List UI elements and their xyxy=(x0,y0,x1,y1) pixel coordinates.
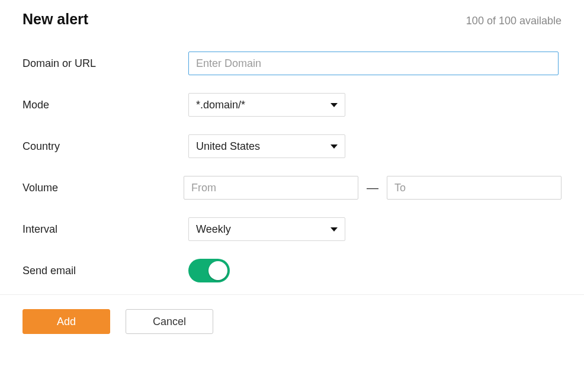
cancel-button[interactable]: Cancel xyxy=(126,309,213,334)
add-button[interactable]: Add xyxy=(23,309,110,334)
volume-from-input[interactable] xyxy=(184,176,358,200)
country-select[interactable]: United States xyxy=(188,134,345,158)
domain-input[interactable] xyxy=(188,52,559,75)
toggle-knob-icon xyxy=(208,261,227,280)
availability-text: 100 of 100 available xyxy=(466,15,561,27)
volume-label: Volume xyxy=(23,182,184,194)
send-email-toggle[interactable] xyxy=(188,259,230,282)
volume-to-input[interactable] xyxy=(387,176,561,200)
chevron-down-icon xyxy=(330,144,338,149)
mode-selected-value: *.domain/* xyxy=(196,99,245,111)
chevron-down-icon xyxy=(330,227,338,232)
interval-selected-value: Weekly xyxy=(196,223,231,236)
page-title: New alert xyxy=(23,11,88,28)
volume-range-dash: — xyxy=(367,181,378,195)
mode-select[interactable]: *.domain/* xyxy=(188,93,345,117)
interval-select[interactable]: Weekly xyxy=(188,217,345,241)
mode-label: Mode xyxy=(23,99,188,111)
domain-label: Domain or URL xyxy=(23,57,188,70)
interval-label: Interval xyxy=(23,223,188,236)
chevron-down-icon xyxy=(330,103,338,107)
country-selected-value: United States xyxy=(196,140,260,153)
country-label: Country xyxy=(23,140,188,153)
send-email-label: Send email xyxy=(23,265,188,277)
